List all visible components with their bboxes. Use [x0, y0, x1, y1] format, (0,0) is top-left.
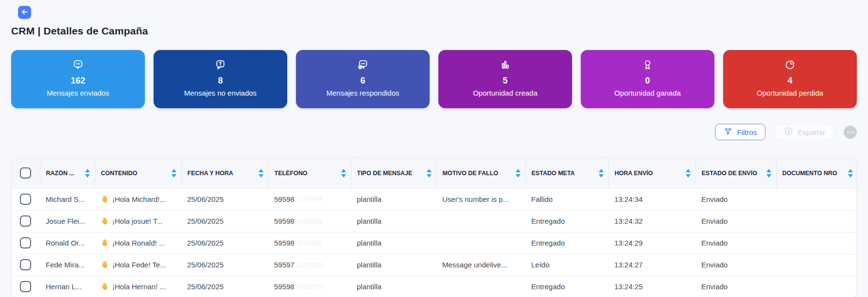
row-checkbox[interactable] [20, 281, 31, 292]
column-header-label: MOTIVO DE FALLO [443, 170, 499, 177]
more-options-button[interactable] [844, 126, 857, 139]
messages-table-card: RAZÓN ...CONTENIDOFECHA Y HORATELÉFONOTI… [11, 158, 857, 297]
cell-contenido-text: ¡Hola Hernan! ... [112, 282, 166, 291]
select-all-header-cell [12, 158, 40, 188]
cell-telefono: 595981649959 [268, 210, 351, 232]
cell-motivo-fallo: Message undelive... [436, 254, 525, 276]
column-header-label: TELÉFONO [275, 170, 308, 177]
chat-check-icon [356, 58, 369, 72]
cell-razon-social: Hernan L... [40, 276, 95, 297]
cell-tipo-mensaje: plantilla [351, 232, 436, 254]
cell-estado-envio: Enviado [695, 254, 776, 276]
cell-tipo-mensaje: plantilla [351, 254, 436, 276]
column-header-label: DOCUMENTO NRO [782, 170, 837, 177]
sort-arrows-icon[interactable] [259, 169, 265, 178]
stat-card-value: 5 [438, 76, 572, 86]
cell-estado-meta: Fallido [525, 188, 608, 210]
cell-tipo-mensaje: plantilla [351, 276, 436, 297]
row-checkbox[interactable] [20, 215, 31, 227]
sort-arrows-icon[interactable] [599, 169, 606, 178]
row-checkbox[interactable] [20, 259, 31, 270]
column-header-estado-meta[interactable]: ESTADO META [525, 158, 608, 188]
sort-arrows-icon[interactable] [172, 169, 178, 178]
sort-arrows-icon[interactable] [341, 169, 348, 178]
cell-telefono-visible: 59598 [274, 239, 295, 247]
cell-estado-meta: Leído [525, 254, 608, 276]
stat-card-label: Mensajes no enviados [154, 89, 287, 97]
cell-telefono: 595986876483 [268, 232, 351, 254]
row-select-cell [12, 210, 40, 232]
cell-fecha: 25/06/2025 [181, 232, 268, 254]
stat-card-oportunidad-creada: 5Oportunidad creada [438, 50, 572, 108]
table-row[interactable]: Fede Mira...¡Hola Fede! Te...25/06/20255… [12, 254, 857, 276]
table-row[interactable]: Michard S...¡Hola Michard!...25/06/20255… [12, 188, 857, 210]
cell-hora-envio: 13:24:32 [608, 210, 695, 232]
table-row[interactable]: Ronald Or...¡Hola Ronald! ...25/06/20255… [12, 232, 857, 254]
chat-ellipsis-icon [71, 58, 85, 72]
waving-hand-emoji [101, 261, 109, 269]
stat-card-value: 6 [296, 76, 430, 86]
cell-fecha: 25/06/2025 [181, 254, 268, 276]
cell-motivo-fallo [436, 276, 525, 297]
waving-hand-emoji [101, 195, 109, 203]
column-header-teléfono[interactable]: TELÉFONO [268, 158, 351, 188]
sort-arrows-icon[interactable] [848, 169, 855, 178]
stat-card-value: 8 [154, 76, 287, 86]
column-header-contenido[interactable]: CONTENIDO [95, 158, 181, 188]
column-header-hora-envío[interactable]: HORA ENVÍO [608, 158, 695, 188]
cell-razon-social: Ronald Or... [40, 232, 95, 254]
column-header-fecha-y-hora[interactable]: FECHA Y HORA [181, 158, 268, 188]
stat-card-label: Oportunidad perdida [723, 89, 857, 97]
waving-hand-emoji [101, 282, 109, 291]
row-checkbox[interactable] [20, 237, 31, 248]
column-header-motivo-de-fallo[interactable]: MOTIVO DE FALLO [436, 158, 525, 188]
export-button-label: Exportar [798, 128, 825, 136]
sort-arrows-icon[interactable] [85, 169, 92, 178]
cell-contenido: ¡Hola josue! T... [95, 210, 181, 232]
column-header-label: TIPO DE MENSAJE [357, 170, 413, 177]
export-button[interactable]: Exportar [775, 124, 834, 140]
column-header-estado-de-envío[interactable]: ESTADO DE ENVÍO [695, 158, 776, 188]
messages-table: RAZÓN ...CONTENIDOFECHA Y HORATELÉFONOTI… [12, 158, 857, 297]
table-row[interactable]: Hernan L...¡Hola Hernan! ...25/06/202559… [12, 276, 857, 297]
column-header-documento-nro[interactable]: DOCUMENTO NRO [776, 158, 857, 188]
select-all-checkbox[interactable] [20, 167, 31, 179]
row-select-cell [12, 188, 40, 210]
funnel-icon [724, 127, 732, 137]
cell-telefono-visible: 59598 [274, 217, 295, 225]
column-header-razón[interactable]: RAZÓN ... [40, 158, 95, 188]
table-row[interactable]: Josue Flei...¡Hola josue! T...25/06/2025… [12, 210, 857, 232]
chat-question-icon [214, 58, 227, 72]
column-header-label: RAZÓN ... [46, 170, 74, 177]
back-button[interactable] [18, 6, 31, 19]
column-header-tipo-de-mensaje[interactable]: TIPO DE MENSAJE [351, 158, 436, 188]
sort-arrows-icon[interactable] [686, 169, 693, 178]
filters-button[interactable]: Filtros [715, 124, 765, 140]
column-header-label: HORA ENVÍO [615, 170, 653, 177]
cell-contenido-text: ¡Hola josue! T... [112, 217, 163, 225]
cell-telefono-redacted: 1170838 [295, 195, 322, 203]
stat-cards: 162Mensajes enviados8Mensajes no enviado… [11, 50, 857, 108]
cell-telefono: 595972122100 [268, 254, 351, 276]
column-header-label: CONTENIDO [101, 170, 138, 177]
cell-estado-meta: Entregado [525, 232, 608, 254]
ellipsis-icon [847, 132, 849, 133]
bar-chart-icon [499, 58, 512, 72]
cell-telefono-visible: 59597 [274, 261, 295, 269]
cell-fecha: 25/06/2025 [181, 210, 268, 232]
crm-campaign-details-page: CRM | Detalles de Campaña 162Mensajes en… [0, 0, 868, 297]
row-select-cell [12, 232, 40, 254]
cell-estado-meta: Entregado [525, 276, 608, 297]
cell-documento-nro [776, 276, 857, 297]
award-ribbon-icon [641, 58, 654, 72]
cell-motivo-fallo [436, 210, 525, 232]
cell-razon-social: Josue Flei... [40, 210, 95, 232]
column-header-label: FECHA Y HORA [188, 170, 233, 177]
cell-hora-envio: 13:24:34 [608, 188, 695, 210]
row-checkbox[interactable] [20, 194, 31, 205]
sort-arrows-icon[interactable] [427, 169, 434, 178]
cell-telefono: 595987408973 [268, 276, 351, 297]
toolbar: Filtros Exportar [11, 124, 857, 140]
sort-arrows-icon[interactable] [516, 169, 522, 178]
sort-arrows-icon[interactable] [766, 169, 773, 178]
